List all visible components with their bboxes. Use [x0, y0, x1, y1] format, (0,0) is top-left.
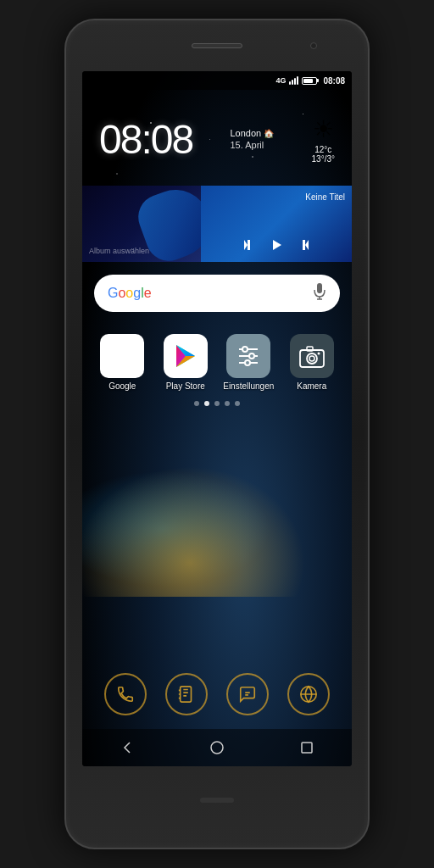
google-logo: Google	[108, 286, 152, 301]
voice-search-icon[interactable]	[313, 283, 326, 303]
svg-rect-21	[307, 347, 313, 351]
signal-bars-icon	[289, 76, 298, 85]
camera-label: Kamera	[297, 381, 326, 391]
clock-location: London 🏠	[230, 128, 274, 138]
phone-top-bar	[66, 20, 368, 71]
recents-button[interactable]	[290, 731, 324, 765]
svg-rect-35	[302, 743, 312, 753]
app-dock	[82, 665, 352, 724]
page-dot-3	[214, 401, 220, 406]
music-album-art: Album auswählen	[82, 186, 201, 262]
camera-icon	[290, 334, 334, 378]
apps-row-1: Google	[91, 334, 343, 391]
music-player[interactable]: Keine Titel	[201, 186, 352, 262]
playstore-label: Play Store	[166, 381, 205, 391]
svg-rect-5	[317, 283, 322, 293]
battery-fill	[303, 79, 313, 83]
svg-rect-1	[248, 240, 250, 250]
svg-point-22	[317, 353, 320, 355]
location-text: London	[230, 128, 261, 138]
clock-info: London 🏠 15. April	[230, 128, 274, 150]
svg-marker-3	[305, 240, 309, 250]
speaker-grille	[192, 43, 242, 48]
home-icon: 🏠	[264, 129, 274, 138]
status-time: 08:08	[323, 76, 345, 86]
next-button[interactable]	[297, 238, 310, 255]
app-playstore[interactable]: Play Store	[158, 334, 213, 391]
network-type-label: 4G	[275, 76, 286, 85]
app-google[interactable]: Google	[95, 334, 150, 391]
front-camera	[310, 42, 317, 49]
settings-icon	[226, 334, 270, 378]
clock-display: 08:08	[99, 116, 192, 163]
google-icon	[100, 334, 144, 378]
home-button[interactable]	[200, 731, 234, 765]
playstore-icon	[164, 334, 208, 378]
back-button[interactable]	[110, 731, 144, 765]
page-dot-5	[235, 401, 240, 406]
home-button-bar	[200, 798, 234, 803]
status-bar: 4G 08:08	[82, 71, 352, 90]
page-dot-4	[225, 401, 230, 406]
clock-widget: 08:08 London 🏠 15. April ☀ 12°c 13°/3°	[91, 97, 343, 181]
weather-widget: ☀ 12°c 13°/3°	[312, 115, 335, 164]
svg-point-19	[307, 353, 317, 364]
dock-messages[interactable]	[226, 673, 269, 715]
phone-bottom	[66, 766, 368, 834]
album-label: Album auswählen	[89, 247, 149, 255]
play-button[interactable]	[270, 238, 283, 255]
dock-phone[interactable]	[104, 673, 147, 715]
dock-contacts[interactable]	[165, 673, 208, 715]
svg-rect-4	[303, 240, 305, 250]
svg-point-20	[309, 356, 314, 361]
settings-label: Einstellungen	[223, 381, 274, 391]
page-dot-1	[194, 401, 199, 406]
app-camera[interactable]: Kamera	[284, 334, 339, 391]
battery-icon	[302, 77, 317, 85]
clock-date: 15. April	[230, 140, 264, 150]
sparkles-decoration	[82, 427, 352, 597]
phone-screen: 4G 08:08 08:08 London 🏠	[82, 71, 352, 766]
svg-rect-23	[181, 687, 192, 702]
svg-point-16	[249, 353, 254, 359]
svg-point-17	[245, 360, 250, 365]
page-dot-2	[204, 401, 209, 406]
svg-marker-0	[244, 240, 248, 250]
page-indicator	[194, 401, 240, 406]
music-widget[interactable]: Album auswählen Keine Titel	[82, 186, 352, 262]
app-settings[interactable]: Einstellungen	[221, 334, 276, 391]
svg-point-34	[211, 742, 223, 754]
phone-device: 4G 08:08 08:08 London 🏠	[64, 19, 370, 849]
apps-grid: Google	[82, 326, 352, 415]
google-label: Google	[108, 381, 136, 391]
weather-temperature: 12°c 13°/3°	[312, 145, 335, 164]
now-playing-title: Keine Titel	[208, 192, 345, 202]
dock-browser[interactable]	[287, 673, 330, 715]
prev-button[interactable]	[242, 238, 256, 255]
weather-sun-icon: ☀	[313, 115, 334, 143]
google-search-bar[interactable]: Google	[94, 275, 340, 312]
svg-marker-2	[273, 240, 281, 250]
svg-point-15	[242, 347, 248, 352]
navigation-bar	[82, 729, 352, 766]
music-controls[interactable]	[208, 238, 345, 255]
svg-rect-18	[300, 350, 324, 367]
